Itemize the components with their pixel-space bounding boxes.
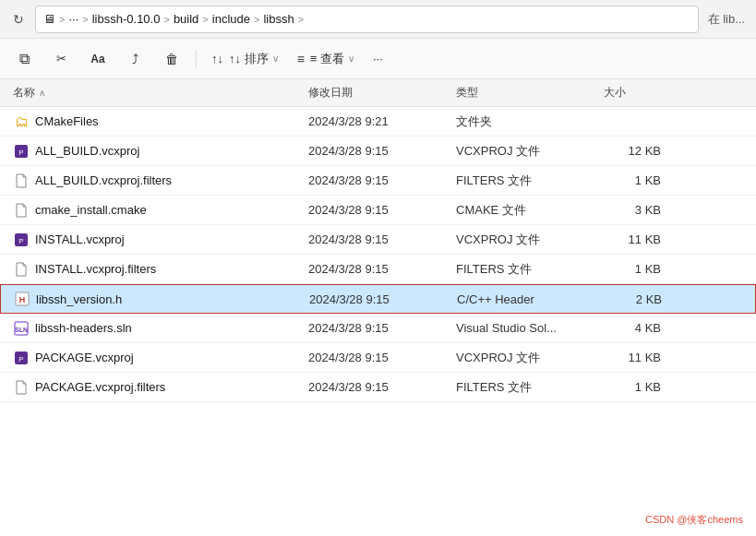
table-row[interactable]: PINSTALL.vcxproj2024/3/28 9:15VCXPROJ 文件… <box>0 225 756 255</box>
col-header-type[interactable]: 类型 <box>450 81 598 104</box>
breadcrumb[interactable]: 🖥 > ··· > libssh-0.10.0 > build > includ… <box>35 6 699 33</box>
h-icon: H <box>14 291 30 307</box>
file-size-cell: 12 KB <box>598 141 672 161</box>
sort-chevron-icon: ∨ <box>272 54 279 64</box>
vcxproj-icon: P <box>13 143 30 160</box>
file-size-cell <box>598 119 672 125</box>
toolbar: ⧉ ✂ Aa ⤴ 🗑 ↑↓ ↑↓ 排序 ∨ ≡ ≡ 查看 ∨ ··· <box>0 39 756 79</box>
file-icon <box>13 379 30 396</box>
share-button[interactable]: ⤴ <box>118 42 151 76</box>
col-header-name[interactable]: 名称 ∧ <box>7 81 303 104</box>
file-type-cell: FILTERS 文件 <box>450 376 598 399</box>
file-date-cell: 2024/3/28 9:15 <box>303 259 450 279</box>
file-date-cell: 2024/3/28 9:15 <box>303 141 450 161</box>
file-type-cell: FILTERS 文件 <box>450 258 598 280</box>
view-label: ≡ 查看 <box>310 51 344 67</box>
file-name-cell: Hlibssh_version.h <box>8 288 304 310</box>
file-name-text: PACKAGE.vcxproj.filters <box>35 380 165 394</box>
file-date-cell: 2024/3/28 9:15 <box>303 318 450 338</box>
view-button[interactable]: ≡ ≡ 查看 ∨ <box>290 42 362 76</box>
file-icon <box>13 261 30 278</box>
file-icon <box>13 202 30 219</box>
file-type-cell: FILTERS 文件 <box>450 170 598 192</box>
file-type-cell: CMAKE 文件 <box>450 199 598 221</box>
file-name-cell: cmake_install.cmake <box>7 199 303 221</box>
cut-button[interactable]: ✂ <box>44 42 78 76</box>
file-date-cell: 2024/3/28 9:15 <box>304 290 451 309</box>
rename-button[interactable]: Aa <box>81 42 114 76</box>
file-size-cell: 11 KB <box>598 348 672 367</box>
file-size-cell: 1 KB <box>598 377 672 397</box>
table-row[interactable]: PALL_BUILD.vcxproj2024/3/28 9:15VCXPROJ … <box>0 137 756 166</box>
file-name-text: ALL_BUILD.vcxproj.filters <box>35 173 172 187</box>
file-type-cell: VCXPROJ 文件 <box>450 229 598 251</box>
file-type-cell: 文件夹 <box>450 111 598 133</box>
file-name-cell: PALL_BUILD.vcxproj <box>7 140 303 162</box>
copy-path-button[interactable]: ⧉ <box>7 42 41 76</box>
file-type-cell: Visual Studio Sol... <box>450 318 598 338</box>
file-size-cell: 1 KB <box>598 171 672 190</box>
file-name-cell: ALL_BUILD.vcxproj.filters <box>7 170 303 192</box>
col-header-date[interactable]: 修改日期 <box>303 81 450 104</box>
sort-button[interactable]: ↑↓ ↑↓ 排序 ∨ <box>204 42 286 76</box>
breadcrumb-libssh[interactable]: libssh-0.10.0 <box>92 12 161 26</box>
file-size-cell: 3 KB <box>598 200 672 220</box>
file-date-cell: 2024/3/28 9:15 <box>303 348 450 367</box>
table-row[interactable]: INSTALL.vcxproj.filters2024/3/28 9:15FIL… <box>0 255 756 284</box>
view-icon: ≡ <box>297 52 305 66</box>
table-row[interactable]: PACKAGE.vcxproj.filters2024/3/28 9:15FIL… <box>0 373 756 402</box>
file-size-cell: 4 KB <box>598 318 672 338</box>
file-name-text: ALL_BUILD.vcxproj <box>35 144 139 158</box>
svg-text:P: P <box>18 237 23 245</box>
table-row[interactable]: SLNlibssh-headers.sln2024/3/28 9:15Visua… <box>0 314 756 343</box>
file-name-text: libssh-headers.sln <box>35 321 132 335</box>
table-row[interactable]: 🗂CMakeFiles2024/3/28 9:21文件夹 <box>0 107 756 137</box>
breadcrumb-computer[interactable]: 🖥 <box>43 12 55 26</box>
table-row[interactable]: PPACKAGE.vcxproj2024/3/28 9:15VCXPROJ 文件… <box>0 343 756 373</box>
file-date-cell: 2024/3/28 9:15 <box>303 200 450 220</box>
breadcrumb-build[interactable]: build <box>174 12 198 26</box>
file-size-cell: 11 KB <box>598 230 672 249</box>
file-type-cell: VCXPROJ 文件 <box>450 140 598 162</box>
file-name-cell: PPACKAGE.vcxproj <box>7 347 303 369</box>
file-name-cell: SLNlibssh-headers.sln <box>7 317 303 339</box>
svg-text:SLN: SLN <box>15 327 28 333</box>
address-bar: ↻ 🖥 > ··· > libssh-0.10.0 > build > incl… <box>0 0 756 39</box>
svg-text:H: H <box>19 295 26 304</box>
column-header-row: 名称 ∧ 修改日期 类型 大小 <box>0 79 756 107</box>
file-name-text: INSTALL.vcxproj.filters <box>35 262 156 276</box>
file-name-cell: 🗂CMakeFiles <box>7 111 303 133</box>
table-row[interactable]: ALL_BUILD.vcxproj.filters2024/3/28 9:15F… <box>0 166 756 196</box>
svg-text:P: P <box>18 149 23 157</box>
file-date-cell: 2024/3/28 9:21 <box>303 112 450 131</box>
file-date-cell: 2024/3/28 9:15 <box>303 230 450 249</box>
delete-button[interactable]: 🗑 <box>155 42 188 76</box>
sort-arrow-icon: ∧ <box>39 88 45 98</box>
file-type-cell: VCXPROJ 文件 <box>450 347 598 369</box>
file-name-text: libssh_version.h <box>36 292 122 306</box>
breadcrumb-include[interactable]: include <box>212 12 250 26</box>
table-row[interactable]: Hlibssh_version.h2024/3/28 9:15C/C++ Hea… <box>0 284 756 314</box>
file-type-cell: C/C++ Header <box>451 290 599 309</box>
folder-icon: 🗂 <box>13 113 30 130</box>
sln-icon: SLN <box>13 320 30 337</box>
toolbar-separator <box>196 50 197 68</box>
file-name-cell: PINSTALL.vcxproj <box>7 229 303 251</box>
file-name-cell: PACKAGE.vcxproj.filters <box>7 376 303 399</box>
file-date-cell: 2024/3/28 9:15 <box>303 377 450 397</box>
col-header-size[interactable]: 大小 <box>598 81 672 104</box>
file-name-text: PACKAGE.vcxproj <box>35 351 134 364</box>
table-row[interactable]: cmake_install.cmake2024/3/28 9:15CMAKE 文… <box>0 196 756 225</box>
sort-icon: ↑↓ <box>211 52 223 66</box>
breadcrumb-ellipsis[interactable]: ··· <box>68 12 78 26</box>
file-size-cell: 1 KB <box>598 259 672 279</box>
svg-text:P: P <box>18 355 23 363</box>
file-name-text: CMakeFiles <box>35 114 99 128</box>
file-name-cell: INSTALL.vcxproj.filters <box>7 258 303 280</box>
view-chevron-icon: ∨ <box>348 54 354 64</box>
file-list-area: 名称 ∧ 修改日期 类型 大小 🗂CMakeFiles2024/3/28 9:2… <box>0 79 756 536</box>
address-right-hint: 在 lib... <box>704 11 749 28</box>
refresh-button[interactable]: ↻ <box>7 8 30 30</box>
breadcrumb-libssh-dir[interactable]: libssh <box>263 12 294 26</box>
more-button[interactable]: ··· <box>366 42 390 76</box>
